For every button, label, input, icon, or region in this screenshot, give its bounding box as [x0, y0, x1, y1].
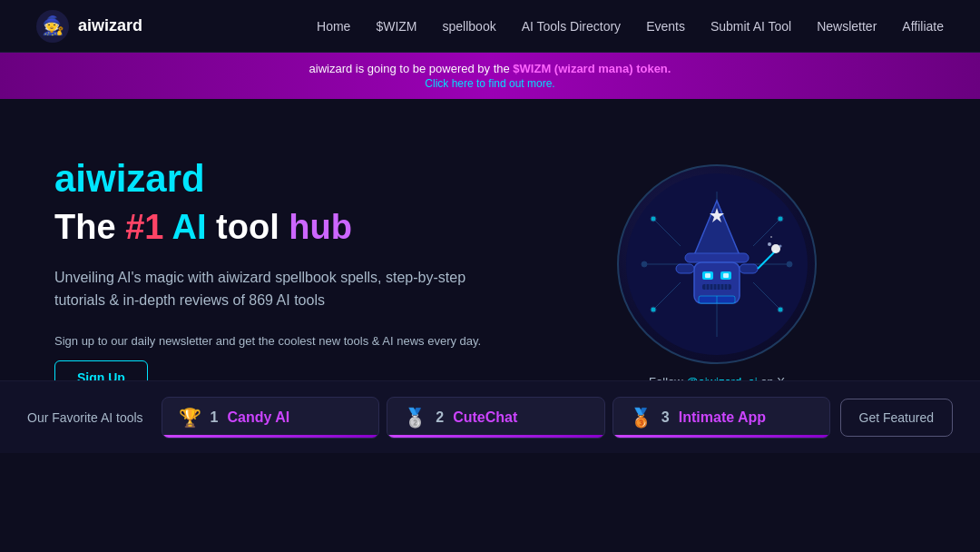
rank-icon-2: 🥈	[404, 407, 426, 429]
rank-num-2: 2	[436, 409, 444, 426]
navbar: 🧙 aiwizard Home $WIZM spellbook AI Tools…	[0, 0, 980, 53]
svg-rect-36	[740, 264, 758, 273]
promo-banner[interactable]: aiwizard is going to be powered by the $…	[0, 53, 980, 99]
nav-item-wizm[interactable]: $WIZM	[376, 18, 416, 34]
hero-tagline: The #1 AI tool hub	[54, 208, 581, 248]
rank-icon-3: 🥉	[630, 407, 652, 429]
svg-point-14	[778, 216, 783, 222]
get-featured-button[interactable]: Get Featured	[840, 399, 954, 437]
nav-item-events[interactable]: Events	[646, 18, 685, 34]
hero-brand: aiwizard	[54, 157, 581, 201]
nav-item-newsletter[interactable]: Newsletter	[817, 18, 877, 34]
tool-card-3[interactable]: 🥉 3 Intimate App	[612, 397, 831, 439]
banner-sub-link[interactable]: Click here to find out more.	[18, 77, 962, 90]
hero-section: aiwizard The #1 AI tool hub Unveiling AI…	[0, 99, 980, 453]
tool-card-2[interactable]: 🥈 2 CuteChat	[387, 397, 605, 439]
rank-num-3: 3	[662, 409, 670, 426]
svg-point-15	[651, 307, 656, 312]
hero-description: Unveiling AI's magic with aiwizard spell…	[54, 266, 508, 312]
rank-num-1: 1	[211, 409, 219, 426]
rank-icon-1: 🏆	[179, 407, 201, 429]
hero-right: Follow @aiwizard_ai on X	[581, 164, 853, 389]
tool-name-3: Intimate App	[679, 409, 766, 426]
svg-point-41	[770, 236, 772, 238]
wizard-image	[617, 164, 817, 364]
wizard-svg	[626, 173, 808, 355]
tool-name-2: CuteChat	[453, 409, 517, 426]
nav-item-tools-directory[interactable]: AI Tools Directory	[522, 18, 621, 34]
svg-point-8	[787, 261, 792, 267]
nav-item-affiliate[interactable]: Affiliate	[902, 18, 944, 34]
svg-rect-24	[723, 273, 729, 278]
logo-text: aiwizard	[78, 16, 142, 35]
nav-item-spellbook[interactable]: spellbook	[443, 18, 496, 34]
nav-item-submit[interactable]: Submit AI Tool	[710, 18, 791, 34]
svg-point-16	[778, 307, 783, 312]
svg-point-13	[651, 216, 656, 222]
svg-rect-23	[705, 273, 710, 278]
svg-rect-18	[685, 253, 749, 262]
svg-rect-35	[676, 264, 694, 273]
banner-main-text: aiwizard is going to be powered by the $…	[18, 62, 962, 75]
svg-text:🧙: 🧙	[42, 15, 64, 36]
bottom-bar: Our Favorite AI tools 🏆 1 Candy AI 🥈 2 C…	[0, 380, 980, 453]
svg-point-38	[771, 244, 780, 253]
logo-icon: 🧙	[36, 10, 69, 43]
tool-name-1: Candy AI	[228, 409, 290, 426]
svg-point-39	[768, 242, 771, 246]
logo-area[interactable]: 🧙 aiwizard	[36, 10, 142, 43]
newsletter-prompt: Sign up to our daily newsletter and get …	[54, 334, 581, 348]
svg-point-7	[642, 261, 647, 267]
svg-point-40	[779, 244, 782, 247]
tool-card-1[interactable]: 🏆 1 Candy AI	[162, 397, 380, 439]
fav-label: Our Favorite AI tools	[27, 410, 143, 425]
hero-left: aiwizard The #1 AI tool hub Unveiling AI…	[54, 157, 581, 395]
nav-links: Home $WIZM spellbook AI Tools Directory …	[317, 18, 944, 34]
tool-cards: 🏆 1 Candy AI 🥈 2 CuteChat 🥉 3 Intimate A…	[162, 397, 831, 439]
nav-item-home[interactable]: Home	[317, 18, 350, 34]
